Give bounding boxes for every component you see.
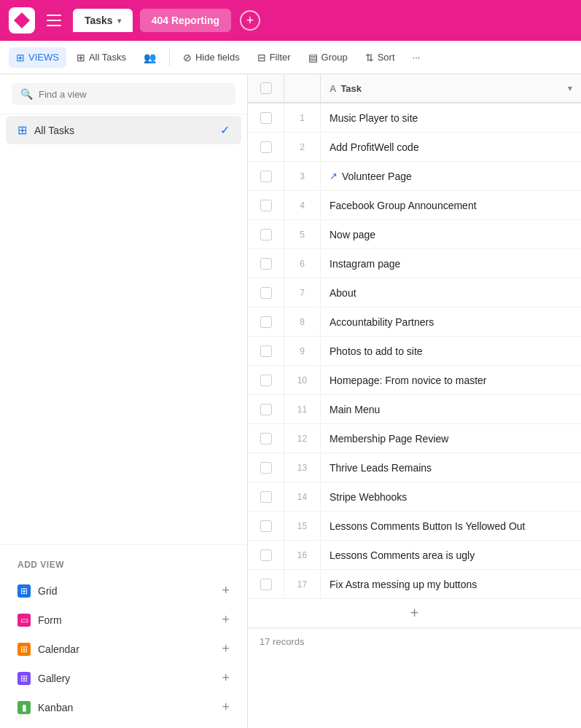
row-task-cell[interactable]: Now page <box>321 220 581 248</box>
add-row-button[interactable]: + <box>248 599 581 628</box>
sort-button[interactable]: ⇅ Sort <box>358 47 402 68</box>
search-input[interactable] <box>39 89 227 100</box>
row-checkbox-cell[interactable] <box>248 453 284 482</box>
row-checkbox[interactable] <box>260 462 272 474</box>
row-checkbox[interactable] <box>260 375 272 386</box>
row-checkbox[interactable] <box>260 229 272 240</box>
task-col-expand[interactable]: ▾ <box>568 84 572 93</box>
row-checkbox[interactable] <box>260 433 272 445</box>
row-checkbox-cell[interactable] <box>248 249 284 278</box>
calendar-view-add-button[interactable]: + <box>222 641 230 657</box>
table-row[interactable]: 5Now page <box>248 220 581 249</box>
row-checkbox[interactable] <box>260 549 272 561</box>
row-task-cell[interactable]: Main Menu <box>321 395 581 423</box>
row-task-cell[interactable]: Homepage: From novice to master <box>321 366 581 394</box>
row-task-cell[interactable]: Add ProfitWell code <box>321 133 581 161</box>
row-checkbox[interactable] <box>260 200 272 211</box>
row-task-cell[interactable]: Lessons Comments Button Is Yellowed Out <box>321 512 581 540</box>
row-checkbox[interactable] <box>260 112 272 124</box>
row-checkbox-cell[interactable] <box>248 512 284 540</box>
row-task-cell[interactable]: Fix Astra messing up my buttons <box>321 570 581 598</box>
table-row[interactable]: 4Facebook Group Announcement <box>248 191 581 220</box>
table-row[interactable]: 2Add ProfitWell code <box>248 133 581 162</box>
table-row[interactable]: 13Thrive Leads Remains <box>248 453 581 482</box>
row-checkbox-cell[interactable] <box>248 133 284 161</box>
row-task-cell[interactable]: Instagram page <box>321 249 581 278</box>
overflow-button[interactable]: ··· <box>405 47 428 67</box>
form-view-add-button[interactable]: + <box>222 612 230 627</box>
table-row[interactable]: 7About <box>248 278 581 308</box>
search-box[interactable]: 🔍 <box>12 83 235 105</box>
table-row[interactable]: 1Music Player to site <box>248 103 581 133</box>
row-checkbox[interactable] <box>260 491 272 503</box>
view-option-gallery[interactable]: ⊞ Gallery + <box>6 664 241 692</box>
add-tab-button[interactable]: + <box>240 10 260 31</box>
row-checkbox-cell[interactable] <box>248 308 284 336</box>
menu-button[interactable] <box>42 9 66 32</box>
row-checkbox-cell[interactable] <box>248 337 284 365</box>
group-button[interactable]: ▤ Group <box>301 47 355 68</box>
table-row[interactable]: 9Photos to add to site <box>248 337 581 366</box>
view-option-calendar[interactable]: ⊞ Calendar + <box>6 635 241 663</box>
kanban-view-add-button[interactable]: + <box>222 700 230 715</box>
table-row[interactable]: 14Stripe Webhooks <box>248 482 581 512</box>
row-task-cell[interactable]: Photos to add to site <box>321 337 581 365</box>
row-checkbox[interactable] <box>260 579 272 590</box>
row-checkbox[interactable] <box>260 171 272 182</box>
row-checkbox[interactable] <box>260 345 272 357</box>
table-row[interactable]: 11Main Menu <box>248 395 581 424</box>
row-checkbox-cell[interactable] <box>248 162 284 190</box>
table-row[interactable]: 6Instagram page <box>248 249 581 278</box>
row-task-cell[interactable]: Accountability Partners <box>321 308 581 336</box>
sidebar-item-all-tasks[interactable]: ⊞ All Tasks ✓ <box>6 116 241 144</box>
row-checkbox-cell[interactable] <box>248 570 284 598</box>
row-checkbox-cell[interactable] <box>248 220 284 248</box>
table-row[interactable]: 8Accountability Partners <box>248 308 581 337</box>
table-row[interactable]: 10Homepage: From novice to master <box>248 366 581 395</box>
group-by-button[interactable]: 👥 <box>136 47 163 68</box>
row-task-cell[interactable]: Stripe Webhooks <box>321 482 581 511</box>
row-checkbox[interactable] <box>260 287 272 299</box>
all-tasks-button[interactable]: ⊞ All Tasks <box>69 47 133 68</box>
row-task-cell[interactable]: Membership Page Review <box>321 424 581 453</box>
reporting-tab[interactable]: 404 Reporting <box>140 9 231 32</box>
views-button[interactable]: ⊞ VIEWS <box>9 47 66 68</box>
row-checkbox[interactable] <box>260 316 272 328</box>
row-checkbox[interactable] <box>260 520 272 532</box>
row-checkbox[interactable] <box>260 141 272 153</box>
row-checkbox-cell[interactable] <box>248 541 284 569</box>
row-checkbox-cell[interactable] <box>248 278 284 307</box>
row-task-cell[interactable]: Music Player to site <box>321 103 581 132</box>
row-checkbox-cell[interactable] <box>248 482 284 511</box>
tasks-tab[interactable]: Tasks ▾ <box>73 9 133 32</box>
gallery-view-add-button[interactable]: + <box>222 670 230 686</box>
row-checkbox[interactable] <box>260 404 272 415</box>
view-option-kanban[interactable]: ▮ Kanban + <box>6 693 241 721</box>
table-row[interactable]: 17Fix Astra messing up my buttons <box>248 570 581 599</box>
grid-view-add-button[interactable]: + <box>222 583 230 598</box>
row-task-cell[interactable]: Facebook Group Announcement <box>321 191 581 219</box>
header-checkbox-cell[interactable] <box>248 74 284 102</box>
hide-fields-button[interactable]: ⊘ Hide fields <box>176 47 247 68</box>
row-checkbox-cell[interactable] <box>248 103 284 132</box>
table-row[interactable]: 16Lessons Comments area is ugly <box>248 541 581 570</box>
view-option-grid[interactable]: ⊞ Grid + <box>6 576 241 605</box>
view-option-form[interactable]: ▭ Form + <box>6 606 241 634</box>
expand-icon[interactable]: ↗ <box>330 171 338 181</box>
filter-button[interactable]: ⊟ Filter <box>250 47 298 68</box>
table-row[interactable]: 15Lessons Comments Button Is Yellowed Ou… <box>248 512 581 541</box>
row-checkbox-cell[interactable] <box>248 191 284 219</box>
row-checkbox-cell[interactable] <box>248 395 284 423</box>
table-row[interactable]: 12Membership Page Review <box>248 424 581 453</box>
row-task-cell[interactable]: Thrive Leads Remains <box>321 453 581 482</box>
select-all-checkbox[interactable] <box>260 82 272 94</box>
table-row[interactable]: 3↗Volunteer Page <box>248 162 581 191</box>
task-text: About <box>330 287 356 299</box>
row-checkbox-cell[interactable] <box>248 366 284 394</box>
row-task-cell[interactable]: About <box>321 278 581 307</box>
row-number: 11 <box>284 395 321 423</box>
row-task-cell[interactable]: Lessons Comments area is ugly <box>321 541 581 569</box>
row-checkbox-cell[interactable] <box>248 424 284 453</box>
row-task-cell[interactable]: ↗Volunteer Page <box>321 162 581 190</box>
row-checkbox[interactable] <box>260 258 272 270</box>
